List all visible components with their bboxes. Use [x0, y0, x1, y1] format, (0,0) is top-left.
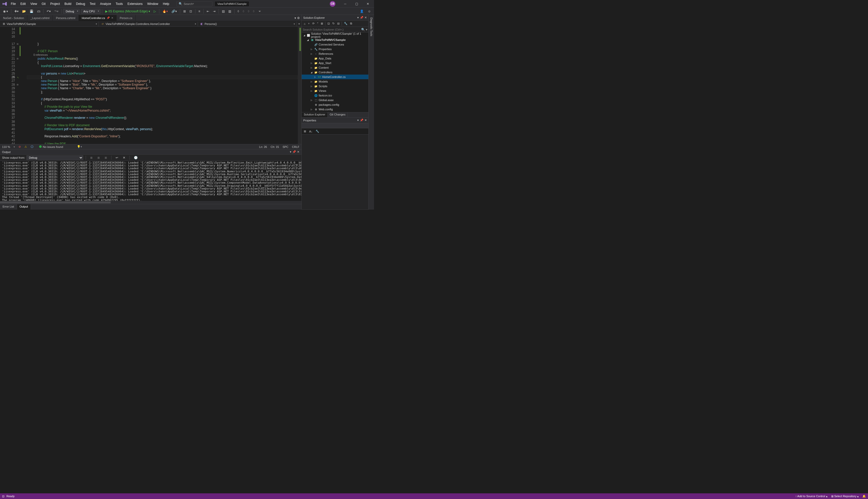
nav-plus-button[interactable]: + [297, 22, 301, 26]
code-line[interactable]: // Render View to PDF document [27, 123, 301, 127]
minimize-button[interactable]: ─ [340, 0, 350, 8]
lightbulb-icon[interactable]: 💡▾ [77, 145, 82, 148]
user-avatar[interactable]: CB [330, 1, 335, 7]
tb-icon-3[interactable]: ≡ [197, 9, 202, 14]
close-button[interactable]: ✕ [363, 0, 373, 8]
solution-search-input[interactable] [303, 28, 361, 31]
menu-extensions[interactable]: Extensions [126, 1, 145, 7]
nav-back-button[interactable]: ◉ ▾ [2, 9, 10, 14]
tree-item-views[interactable]: ▷📁Views [302, 88, 368, 93]
tb-icon-1[interactable]: ⊞ [182, 9, 187, 14]
nav-member-dropdown[interactable]: ◧Persons() [198, 22, 297, 26]
se-home-icon[interactable]: ⌂ [303, 22, 307, 26]
se-close-icon[interactable]: ✕ [365, 16, 367, 19]
hot-reload-button[interactable]: 🔥▾ [161, 9, 169, 14]
tb-icon-7[interactable]: ▥ [227, 9, 233, 14]
menu-test[interactable]: Test [88, 1, 97, 7]
code-line[interactable] [27, 112, 301, 116]
se-sync-icon[interactable]: ⟳ [311, 21, 316, 26]
se-showall-icon[interactable]: ⊡ [326, 21, 331, 26]
line-ending[interactable]: CRLF [292, 145, 299, 148]
output-dropdown-icon[interactable]: ▾ [290, 150, 292, 154]
tb-icon-5[interactable]: ⇥ [211, 9, 217, 14]
output-wrap-icon[interactable]: ↩ [114, 155, 120, 160]
output-tb-2[interactable]: ≣ [96, 155, 102, 160]
pin-icon[interactable]: 📌 [107, 16, 110, 19]
live-share-button[interactable]: 👤 [358, 9, 365, 14]
zoom-level[interactable]: 110 % [2, 145, 10, 148]
code-line[interactable] [27, 120, 301, 123]
undo-button[interactable]: ↶▾ [45, 9, 52, 14]
tb-icon-8[interactable]: ◊ [236, 9, 241, 14]
tree-item-properties[interactable]: ▷🔧Properties [302, 47, 368, 51]
output-source-dropdown[interactable]: Debug [26, 155, 83, 160]
menu-view[interactable]: View [28, 1, 39, 7]
run-button[interactable]: ▶ IIS Express (Microsoft Edge) ▾ [104, 9, 152, 14]
platform-dropdown[interactable]: Any CPU [81, 9, 100, 14]
code-line[interactable]: // Provide the path to your View file [27, 105, 301, 109]
tab-nuget---solution[interactable]: NuGet - Solution [0, 15, 27, 21]
props-categorized-icon[interactable]: ⊞ [303, 129, 307, 134]
editor-scrollbar-track[interactable] [298, 27, 301, 144]
menu-git[interactable]: Git [40, 1, 48, 7]
menu-edit[interactable]: Edit [18, 1, 28, 7]
solution-search[interactable]: 🔍 ▾ [302, 27, 368, 33]
code-line[interactable]: if (HttpContext.Request.HttpMethod == "P… [27, 97, 301, 101]
tab-close-icon[interactable]: ✕ [111, 16, 113, 19]
tree-item-app-start[interactable]: ▷📁App_Start [302, 61, 368, 65]
tree-item-app-data[interactable]: 📁App_Data [302, 56, 368, 61]
code-line[interactable]: { [27, 75, 301, 79]
open-button[interactable]: 📂 [21, 9, 27, 14]
tb-icon-11[interactable]: ◊ [251, 9, 256, 14]
props-dropdown-icon[interactable]: ▾ [357, 119, 359, 122]
save-all-button[interactable]: 🗃 [36, 9, 42, 14]
code-line[interactable]: ChromePdfRenderer renderer = new ChromeP… [27, 116, 301, 120]
props-close-icon[interactable]: ✕ [365, 119, 367, 122]
tb-icon-2[interactable]: ⊡ [188, 9, 193, 14]
code-line[interactable]: var viewPath = "~/Views/Home/Persons.csh… [27, 109, 301, 112]
se-tab-solution-explorer[interactable]: Solution Explorer [302, 112, 328, 117]
props-pin-icon[interactable]: 📌 [360, 119, 364, 122]
menu-debug[interactable]: Debug [74, 1, 87, 7]
code-line[interactable]: new Person { Name = "Charlie", Title = "… [27, 86, 301, 90]
se-properties-icon[interactable]: 🔧 [343, 21, 348, 26]
project-title-pill[interactable]: ViewToPdfMVCSample [214, 1, 249, 7]
code-line[interactable]: PdfDocument pdf = renderer.RenderView(th… [27, 127, 301, 131]
tb-icon-10[interactable]: ◊ [246, 9, 251, 14]
tab-person-cs[interactable]: Person.cs [117, 15, 136, 21]
se-refresh-icon[interactable]: ↻ [331, 21, 336, 26]
tab-settings-icon[interactable]: ⚙ [297, 16, 300, 20]
code-line[interactable]: new Person { Name = "Bob", Title = "Mr."… [27, 83, 301, 86]
search-box[interactable]: 🔍 Search ▾ [176, 1, 212, 7]
tab-persons-cshtml[interactable]: Persons.cshtml [53, 15, 79, 21]
code-line[interactable]: public ActionResult Persons() [27, 57, 301, 60]
tree-item-homecontroller-cs[interactable]: ▷C#HomeController.cs [302, 75, 368, 79]
codelens[interactable]: 0 references [27, 53, 301, 57]
menu-help[interactable]: Help [161, 1, 171, 7]
props-wrench-icon[interactable]: 🔧 [314, 129, 320, 134]
se-back-icon[interactable]: ▾ [307, 21, 311, 26]
output-clear-icon[interactable]: ✕ [121, 155, 127, 160]
indent-mode[interactable]: SPC [283, 145, 288, 148]
props-alpha-icon[interactable]: A↓ [308, 130, 313, 134]
properties-object-dropdown[interactable] [302, 123, 368, 129]
code-area[interactable]: } // GET: Person0 references public Acti… [20, 27, 301, 144]
output-body[interactable]: 'iisexpress.exe' (CLR v4.0.30319: /LM/W3… [0, 161, 301, 201]
tree-item-web-config[interactable]: ▷⚙Web.config [302, 107, 368, 112]
se-tb-4[interactable]: ᵀ [316, 21, 319, 26]
feedback-button[interactable]: ☺ [366, 9, 372, 14]
bottom-tab-error-list[interactable]: Error List [0, 204, 17, 210]
code-line[interactable]: Response.Headers.Add("Content-Dispositio… [27, 135, 301, 138]
solution-tree[interactable]: ◢⬜Solution 'ViewToPdfMVCSample' (1 of 1 … [302, 33, 368, 112]
code-line[interactable]: IronPdf.License.LicenseKey = Environment… [27, 64, 301, 68]
code-line[interactable] [27, 46, 301, 49]
error-indicator-icon[interactable]: ⊘ [19, 145, 21, 148]
info-indicator-icon[interactable]: ⓘ [31, 145, 34, 149]
output-close-icon[interactable]: ✕ [297, 150, 299, 154]
code-editor[interactable]: 14151617⊟18192021⊟2223242526✎2728⊟293031… [0, 27, 301, 144]
tb-icon-9[interactable]: ◊ [241, 9, 246, 14]
code-line[interactable] [27, 131, 301, 135]
tab-overflow-icon[interactable]: ▾ [295, 16, 296, 20]
code-line[interactable] [27, 94, 301, 97]
run-without-debug-button[interactable]: ▷ [152, 9, 157, 14]
